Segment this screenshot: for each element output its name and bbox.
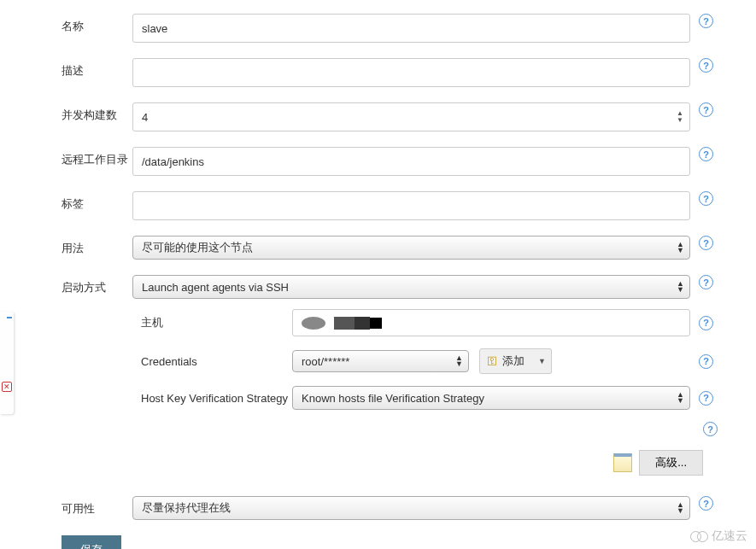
launch-method-select[interactable]: Launch agent agents via SSH (132, 275, 690, 299)
remote-root-input[interactable] (132, 147, 690, 176)
help-icon[interactable]: ? (699, 191, 713, 206)
advanced-button[interactable]: 高级... (639, 450, 703, 476)
help-icon[interactable]: ? (699, 391, 713, 406)
executors-label: 并发构建数 (62, 102, 132, 123)
help-icon[interactable]: ? (699, 316, 713, 330)
redacted-text (370, 318, 382, 329)
host-key-select[interactable]: Known hosts file Verification Strategy (292, 386, 690, 410)
executors-input[interactable] (132, 102, 690, 131)
host-label: 主机 (141, 315, 292, 330)
credentials-select[interactable]: root/****** (292, 350, 469, 372)
host-key-selected-text: Known hosts file Verification Strategy (302, 392, 484, 405)
labels-label: 标签 (62, 191, 132, 212)
select-arrows-icon: ▲▼ (677, 392, 683, 404)
watermark-logo-icon (690, 531, 708, 542)
labels-input[interactable] (132, 191, 690, 220)
page-scroll[interactable]: 名称 ? 描述 ? 并发构建数 ▲▼ ? 远程工作目录 ? 标签 (0, 0, 756, 549)
help-icon[interactable]: ? (699, 496, 713, 511)
availability-label: 可用性 (62, 496, 132, 517)
help-icon[interactable]: ? (699, 354, 713, 369)
help-icon[interactable]: ? (703, 422, 718, 436)
select-arrows-icon: ▲▼ (677, 502, 683, 514)
redacted-text (302, 317, 325, 330)
save-button[interactable]: 保存 (62, 535, 121, 549)
add-button-label: 添加 (502, 353, 525, 369)
node-config-form: 名称 ? 描述 ? 并发构建数 ▲▼ ? 远程工作目录 ? 标签 (0, 0, 756, 549)
remote-root-label: 远程工作目录 (62, 147, 132, 167)
notepad-icon (613, 453, 632, 472)
usage-label: 用法 (62, 236, 132, 256)
host-key-label: Host Key Verification Strategy (141, 392, 292, 405)
watermark-text: 亿速云 (712, 529, 747, 544)
name-label: 名称 (62, 14, 132, 34)
launch-method-selected-text: Launch agent agents via SSH (142, 281, 289, 294)
credentials-selected-text: root/****** (302, 355, 349, 368)
host-input[interactable] (292, 309, 690, 336)
select-arrows-icon: ▲▼ (677, 281, 683, 293)
key-icon: ⚿ (487, 355, 497, 367)
side-panel-strip: ✕ (0, 312, 14, 414)
usage-selected-text: 尽可能的使用这个节点 (142, 240, 253, 255)
credentials-label: Credentials (141, 355, 292, 368)
select-arrows-icon: ▲▼ (455, 355, 462, 367)
help-icon[interactable]: ? (699, 275, 713, 289)
redacted-text (334, 317, 355, 330)
description-input[interactable] (132, 58, 690, 87)
availability-select[interactable]: 尽量保持代理在线 (132, 496, 690, 520)
description-label: 描述 (62, 58, 132, 79)
help-icon[interactable]: ? (699, 102, 713, 117)
name-input[interactable] (132, 14, 690, 43)
add-dropdown-toggle[interactable]: ▼ (533, 348, 552, 374)
availability-selected-text: 尽量保持代理在线 (142, 500, 231, 516)
help-icon[interactable]: ? (699, 147, 713, 161)
help-icon[interactable]: ? (699, 58, 713, 73)
number-spinner-icon[interactable]: ▲▼ (677, 109, 685, 125)
redacted-text (355, 317, 370, 330)
close-icon[interactable]: ✕ (2, 382, 12, 392)
add-credentials-button[interactable]: ⚿ 添加 (479, 348, 534, 374)
watermark: 亿速云 (690, 529, 747, 544)
help-icon[interactable]: ? (699, 236, 713, 250)
help-icon[interactable]: ? (699, 14, 713, 28)
select-arrows-icon: ▲▼ (677, 242, 683, 254)
usage-select[interactable]: 尽可能的使用这个节点 (132, 236, 690, 260)
launch-method-label: 启动方式 (62, 275, 132, 295)
